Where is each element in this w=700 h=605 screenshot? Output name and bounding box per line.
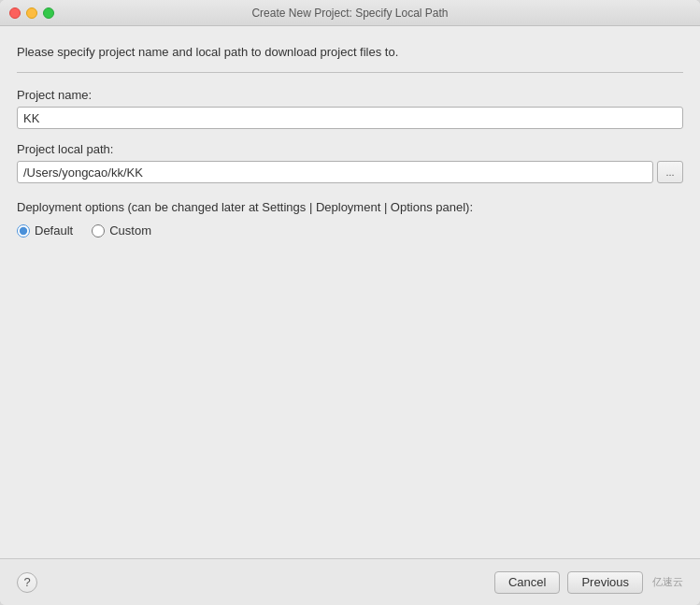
project-name-label: Project name: [17,88,683,102]
cancel-button[interactable]: Cancel [494,571,560,594]
bottom-bar: ? Cancel Previous 亿速云 [0,558,700,605]
radio-default-option[interactable]: Default [17,223,73,238]
browse-button-label: ... [665,166,674,178]
maximize-button[interactable] [43,7,54,19]
spacer [17,238,683,543]
radio-custom-label: Custom [109,223,151,238]
minimize-button[interactable] [26,7,37,19]
project-name-group: Project name: [17,88,683,129]
description-text: Please specify project name and local pa… [17,45,683,59]
radio-default-label: Default [35,223,73,238]
window-title: Create New Project: Specify Local Path [251,7,448,20]
project-path-input[interactable] [17,161,653,183]
watermark: 亿速云 [652,575,683,589]
close-button[interactable] [9,7,21,19]
deployment-section: Deployment options (can be changed later… [17,200,683,238]
previous-button[interactable]: Previous [567,571,643,594]
radio-default-input[interactable] [17,224,30,238]
help-button[interactable]: ? [17,572,37,593]
project-path-label: Project local path: [17,142,683,156]
deployment-label: Deployment options (can be changed later… [17,200,683,214]
browse-button[interactable]: ... [657,161,683,183]
main-window: Create New Project: Specify Local Path P… [0,0,700,605]
radio-custom-input[interactable] [92,224,105,238]
bottom-buttons: Cancel Previous [494,571,643,594]
project-name-input[interactable] [17,107,683,129]
radio-group: Default Custom [17,223,683,238]
traffic-lights [9,7,54,19]
help-icon: ? [23,575,30,589]
radio-custom-option[interactable]: Custom [92,223,151,238]
title-bar: Create New Project: Specify Local Path [0,0,700,26]
path-row: ... [17,161,683,183]
divider [17,72,683,73]
content-area: Please specify project name and local pa… [0,26,700,558]
project-path-group: Project local path: ... [17,142,683,183]
